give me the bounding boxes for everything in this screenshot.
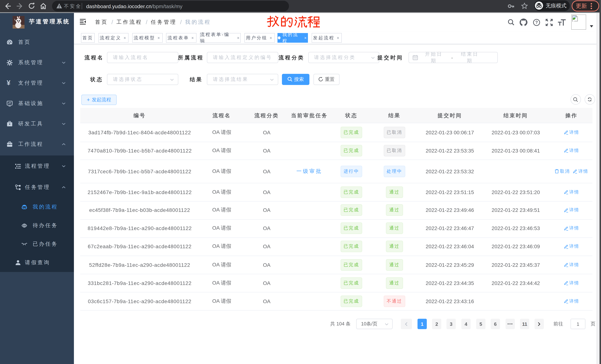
svg-text:?: ?	[535, 20, 538, 25]
